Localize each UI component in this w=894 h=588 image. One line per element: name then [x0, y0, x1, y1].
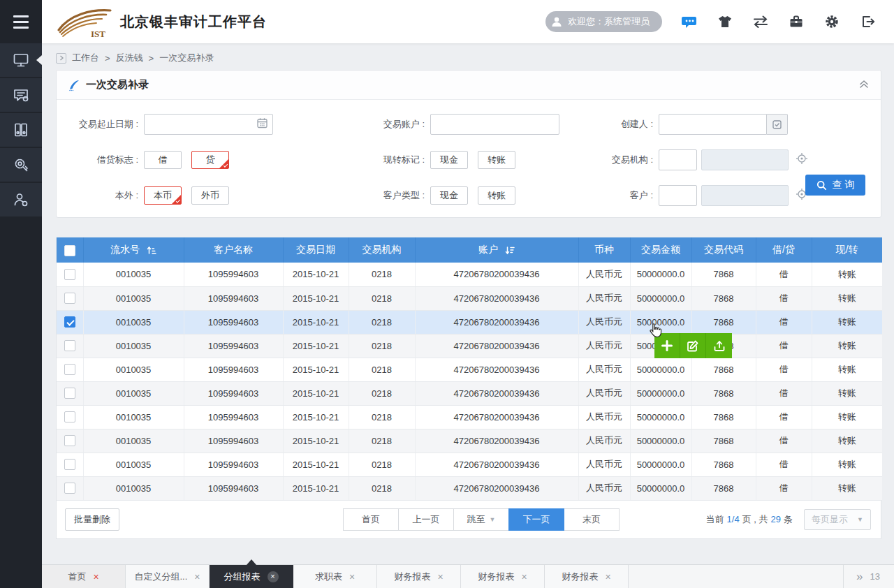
prev-page-button[interactable]: 上一页: [398, 508, 454, 531]
user-welcome-pill[interactable]: 欢迎您：系统管理员: [545, 11, 662, 32]
customer-code-field[interactable]: [659, 186, 696, 205]
tab-custom-group[interactable]: 自定义分组...×: [126, 565, 210, 588]
jump-to-page-dropdown[interactable]: 跳至▼: [453, 508, 509, 531]
row-checkbox[interactable]: [64, 364, 75, 375]
close-icon[interactable]: ×: [93, 572, 98, 582]
table-row[interactable]: 0010035 1095994603 2015-10-21 0218 47206…: [57, 405, 882, 429]
tab-finance-report[interactable]: 财务报表×: [461, 565, 545, 588]
table-row[interactable]: 0010035 1095994603 2015-10-21 0218 47206…: [57, 334, 882, 358]
creator-select-addon[interactable]: [767, 114, 788, 135]
first-page-button[interactable]: 首页: [343, 508, 399, 531]
table-row[interactable]: 0010035 1095994603 2015-10-21 0218 47206…: [57, 381, 882, 405]
hidden-tab-count: 13: [870, 571, 880, 582]
search-icon: [816, 180, 827, 191]
message-icon[interactable]: [681, 13, 698, 30]
briefcase-icon[interactable]: [788, 13, 805, 30]
row-checkbox[interactable]: [64, 459, 75, 470]
toggle-local-currency-selected[interactable]: 本币: [144, 186, 182, 205]
next-page-button[interactable]: 下一页: [508, 508, 564, 531]
toggle-customer-transfer[interactable]: 转账: [478, 186, 515, 205]
svg-text:IST: IST: [91, 29, 105, 38]
creator-input[interactable]: [659, 114, 767, 135]
close-icon[interactable]: ×: [437, 572, 443, 582]
tab-finance-report[interactable]: 财务报表×: [377, 565, 461, 588]
last-page-button[interactable]: 末页: [564, 508, 620, 531]
query-button[interactable]: 查 询: [805, 175, 865, 196]
table-row[interactable]: 0010035 1095994603 2015-10-21 0218 47206…: [57, 429, 882, 453]
logout-icon[interactable]: [859, 13, 876, 30]
upload-icon[interactable]: [706, 333, 732, 358]
batch-delete-button[interactable]: 批量删除: [65, 508, 119, 531]
table-row[interactable]: 0010035 1095994603 2015-10-21 0218 47206…: [57, 476, 882, 500]
target-picker-icon[interactable]: [796, 152, 808, 168]
trade-account-input[interactable]: [430, 114, 559, 135]
table-row[interactable]: 0010035 1095994603 2015-10-21 0218 47206…: [57, 263, 882, 286]
cash-flag-label: 现转标记 :: [367, 154, 430, 166]
chevron-down-icon: ▼: [490, 516, 496, 523]
swap-icon[interactable]: [752, 13, 769, 30]
trade-account-field[interactable]: [431, 115, 559, 134]
row-checkbox[interactable]: [64, 269, 75, 280]
sidebar-item-archives[interactable]: [0, 113, 42, 148]
currency-label: 本外 :: [57, 189, 144, 202]
toggle-foreign-currency[interactable]: 外币: [191, 186, 229, 205]
settings-icon[interactable]: [823, 13, 840, 30]
close-icon[interactable]: ×: [349, 572, 355, 582]
search-panel: 一次交易补录 交易起止日期 : 交易账户 :: [56, 70, 881, 218]
row-checkbox[interactable]: [64, 388, 75, 399]
table-row[interactable]: 0010035 1095994603 2015-10-21 0218 47206…: [57, 286, 882, 310]
tab-group-report-active[interactable]: 分组报表×: [210, 565, 293, 588]
calendar-icon[interactable]: [256, 117, 268, 132]
row-checkbox[interactable]: [64, 411, 75, 422]
trade-account-label: 交易账户 :: [367, 118, 430, 131]
breadcrumb-item[interactable]: 工作台: [72, 52, 99, 64]
tab-finance-report[interactable]: 财务报表×: [545, 565, 629, 588]
row-checkbox[interactable]: [64, 293, 75, 304]
toggle-credit-selected[interactable]: 贷: [191, 151, 229, 169]
close-icon[interactable]: ×: [194, 572, 200, 582]
trade-org-name-input-disabled: [701, 149, 789, 170]
row-checkbox[interactable]: [64, 340, 75, 351]
trade-org-code-field[interactable]: [659, 150, 696, 170]
tab-job-form[interactable]: 求职表×: [293, 565, 377, 588]
table-row[interactable]: 0010035 1095994603 2015-10-21 0218 47206…: [57, 453, 882, 476]
close-icon[interactable]: ×: [605, 572, 610, 582]
customer-code-input[interactable]: [659, 185, 697, 206]
tab-home[interactable]: 首页×: [42, 565, 126, 588]
toggle-transfer[interactable]: 转账: [478, 151, 515, 169]
chevron-down-icon: ▼: [857, 516, 863, 523]
toggle-cash[interactable]: 现金: [430, 151, 468, 169]
collapse-panel-icon[interactable]: [858, 79, 870, 91]
theme-shirt-icon[interactable]: [717, 13, 733, 30]
sidebar-item-user-management[interactable]: [0, 183, 42, 218]
date-range-field[interactable]: [145, 115, 272, 134]
results-table-card: 流水号 客户名称 交易日期 交易机构 账户 币种 交易金额 交易代码 借/贷 现…: [56, 237, 881, 539]
creator-field[interactable]: [659, 115, 766, 134]
breadcrumb-item[interactable]: 反洗钱: [116, 52, 143, 64]
close-icon[interactable]: ×: [521, 572, 527, 582]
hamburger-menu-icon[interactable]: [0, 0, 42, 43]
sidebar-item-system-settings[interactable]: [0, 148, 42, 183]
table-row[interactable]: 0010035 1095994603 2015-10-21 0218 47206…: [57, 310, 882, 334]
edit-icon[interactable]: [680, 333, 706, 358]
date-range-input[interactable]: [144, 114, 273, 135]
row-checkbox[interactable]: [64, 316, 75, 328]
total-count: 29: [771, 514, 781, 524]
creator-label: 创建人 :: [603, 118, 659, 131]
sort-desc-icon[interactable]: [505, 246, 515, 255]
select-all-checkbox[interactable]: [64, 245, 75, 256]
breadcrumb: 工作台 > 反洗钱 > 一次交易补录: [56, 52, 214, 64]
sidebar-item-workbench[interactable]: [0, 43, 42, 78]
toggle-customer-cash[interactable]: 现金: [430, 186, 468, 205]
close-icon[interactable]: ×: [268, 571, 279, 582]
sidebar-item-messages[interactable]: [0, 78, 42, 113]
sort-asc-icon[interactable]: [147, 246, 156, 255]
table-row[interactable]: 0010035 1095994603 2015-10-21 0218 47206…: [57, 358, 882, 381]
add-icon[interactable]: [654, 333, 680, 358]
row-checkbox[interactable]: [64, 483, 75, 494]
tab-overflow-control[interactable]: » 13: [843, 565, 894, 588]
row-checkbox[interactable]: [64, 435, 75, 446]
trade-org-code-input[interactable]: [659, 149, 697, 170]
page-size-dropdown[interactable]: 每页显示 ▼: [804, 509, 871, 530]
toggle-debit[interactable]: 借: [144, 151, 182, 169]
